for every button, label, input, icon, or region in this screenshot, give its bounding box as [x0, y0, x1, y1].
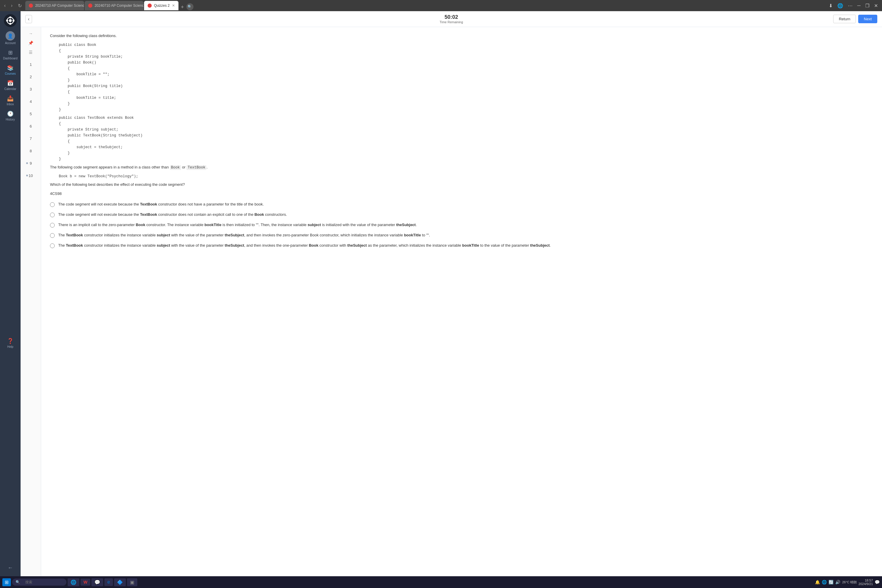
taskbar-clock[interactable]: 18:57 2024/9/21: [858, 579, 873, 586]
browser-restore-button[interactable]: ❐: [864, 2, 871, 10]
answer-option-e[interactable]: The TextBook constructor initializes the…: [50, 243, 873, 249]
pin-icon[interactable]: 📌: [27, 39, 34, 46]
sidebar-item-dashboard[interactable]: ⊞ Dashboard: [0, 47, 21, 62]
sidebar-item-inbox[interactable]: 📥 Inbox: [0, 93, 21, 108]
answer-options: The code segment will not execute becaus…: [50, 201, 873, 248]
answer-option-d[interactable]: The TextBook constructor initializes the…: [50, 232, 873, 238]
timer-label: Time Remaining: [440, 20, 463, 24]
sidebar-toggle-button[interactable]: ‹: [25, 15, 32, 23]
booktitle-bold-d: bookTitle: [404, 233, 421, 237]
question-main-text: Which of the following best describes th…: [50, 182, 873, 188]
question-number-4[interactable]: 4: [26, 96, 36, 107]
browser-forward-button[interactable]: ›: [9, 2, 14, 9]
sidebar-item-history[interactable]: 🕐 History: [0, 108, 21, 123]
taskbar-app-wps[interactable]: W: [81, 579, 90, 586]
browser-reload-button[interactable]: ↻: [16, 2, 24, 10]
thesubject-bold-e3: theSubject: [530, 243, 549, 248]
radio-option-d[interactable]: [50, 233, 55, 238]
question-number-5[interactable]: 5: [26, 108, 36, 119]
sidebar-item-label-courses: Courses: [5, 72, 16, 75]
sidebar-item-label-help: Help: [8, 345, 14, 348]
sidebar-item-courses[interactable]: 📚 Courses: [0, 62, 21, 78]
sidebar: 👤 Account ⊞ Dashboard 📚 Courses 📅 Calend…: [0, 11, 21, 576]
code-segment-intro-text: The following code segment appears in a …: [50, 164, 873, 171]
radio-option-b[interactable]: [50, 213, 55, 217]
code-segment: Book b = new TextBook("Psychology");: [59, 174, 873, 179]
next-button[interactable]: Next: [858, 15, 877, 23]
sidebar-collapse-button[interactable]: ←: [0, 562, 21, 573]
radio-option-e[interactable]: [50, 243, 55, 248]
taskbar-app-edge[interactable]: e: [104, 578, 113, 586]
collapse-left-icon: ←: [8, 565, 13, 571]
taskbar-search-input[interactable]: [22, 579, 63, 585]
taskbar-app-unknown[interactable]: 🔷: [114, 578, 126, 586]
question-number-9[interactable]: 9: [26, 158, 36, 168]
taskbar-app-browser[interactable]: 🌐: [68, 578, 80, 586]
browser-chrome: ‹ › ↻ 20240710 AP Computer Science 20240…: [0, 0, 882, 11]
answer-option-a[interactable]: The code segment will not execute becaus…: [50, 201, 873, 208]
sidebar-item-label-history: History: [6, 118, 15, 121]
question-number-10[interactable]: 10: [26, 170, 36, 181]
browser-tabs-bar: 20240710 AP Computer Science 20240710 AP…: [25, 1, 825, 10]
browser-tab-2[interactable]: 20240710 AP Computer Science: [85, 1, 144, 10]
taskbar-network-icon[interactable]: 🌐: [822, 580, 827, 585]
return-button[interactable]: Return: [833, 15, 856, 23]
browser-more-button[interactable]: ⋯: [846, 2, 854, 10]
taskbar-notification-icon[interactable]: 🔔: [815, 580, 820, 585]
code-class1-inline: Book: [170, 165, 181, 170]
question-number-1[interactable]: 1: [26, 59, 36, 70]
taskbar-date: 2024/9/21: [858, 582, 873, 586]
sidebar-item-calendar[interactable]: 📅 Calendar: [0, 78, 21, 93]
question-list-panel: → 📌 ☰ 1 2 3 4 5 6 7 8 9 10: [21, 27, 41, 576]
question-id: 4CS98: [50, 191, 873, 197]
taskbar-volume-icon[interactable]: 🔊: [835, 580, 840, 585]
taskbar-app-wechat[interactable]: 💬: [92, 578, 103, 586]
history-icon: 🕐: [7, 111, 14, 117]
taskbar-notification-center-icon[interactable]: 💬: [874, 580, 880, 585]
radio-option-c[interactable]: [50, 223, 55, 228]
thesubject-bold-e2: theSubject: [347, 243, 367, 248]
browser-download-button[interactable]: ⬇: [827, 2, 834, 10]
question-number-8[interactable]: 8: [26, 146, 36, 156]
browser-tab-1[interactable]: 20240710 AP Computer Science: [25, 1, 84, 10]
answer-option-c[interactable]: There is an implicit call to the zero-pa…: [50, 222, 873, 228]
answer-text-c: There is an implicit call to the zero-pa…: [58, 222, 417, 228]
taskbar-search-icon: 🔍: [16, 580, 20, 584]
question-number-3[interactable]: 3: [26, 84, 36, 94]
card-view-icon[interactable]: ☰: [28, 49, 34, 56]
browser-tab-3[interactable]: Quizzes 2 ✕: [144, 1, 178, 10]
help-icon: ❓: [7, 338, 14, 344]
code-segment-or: or: [182, 165, 186, 170]
question-intro: Consider the following class definitions…: [50, 33, 873, 196]
browser-minimize-button[interactable]: ─: [855, 2, 862, 9]
sidebar-item-account[interactable]: 👤 Account: [0, 29, 21, 47]
sidebar-item-label-inbox: Inbox: [7, 103, 14, 106]
taskbar-sync-icon[interactable]: 🔄: [828, 580, 834, 585]
question-number-7[interactable]: 7: [26, 133, 36, 144]
answer-option-b[interactable]: The code segment will not execute becaus…: [50, 212, 873, 218]
new-tab-button[interactable]: +: [179, 4, 186, 10]
timer-display: 50:02 Time Remaining: [440, 14, 463, 24]
svg-point-4: [6, 20, 8, 21]
tab-favicon-2: [88, 3, 92, 8]
textbook-bold-b: TextBook: [140, 212, 157, 217]
browser-back-button[interactable]: ‹: [2, 2, 8, 9]
code-book: public class Book { private String bookT…: [59, 42, 873, 112]
code-segment-intro-label: The following code segment appears in a …: [50, 165, 169, 170]
tab-favicon-3: [148, 3, 152, 8]
sidebar-logo[interactable]: [4, 14, 17, 27]
question-number-6[interactable]: 6: [26, 121, 36, 131]
question-number-2[interactable]: 2: [26, 72, 36, 82]
taskbar-time: 18:57: [865, 579, 873, 582]
tab-close-button-3[interactable]: ✕: [172, 3, 175, 8]
browser-translate-button[interactable]: 🌐: [836, 2, 845, 10]
browser-search-button[interactable]: 🔍: [186, 3, 194, 10]
browser-close-button[interactable]: ✕: [872, 2, 880, 10]
panel-collapse-arrow[interactable]: →: [28, 30, 34, 37]
taskbar-search-area[interactable]: 🔍: [12, 579, 66, 586]
windows-start-button[interactable]: ⊞: [2, 578, 11, 586]
tab-label-1: 20240710 AP Computer Science: [35, 3, 84, 8]
sidebar-item-help[interactable]: ❓ Help: [0, 336, 21, 351]
radio-option-a[interactable]: [50, 202, 55, 207]
taskbar-app-terminal[interactable]: ▣: [127, 578, 137, 586]
